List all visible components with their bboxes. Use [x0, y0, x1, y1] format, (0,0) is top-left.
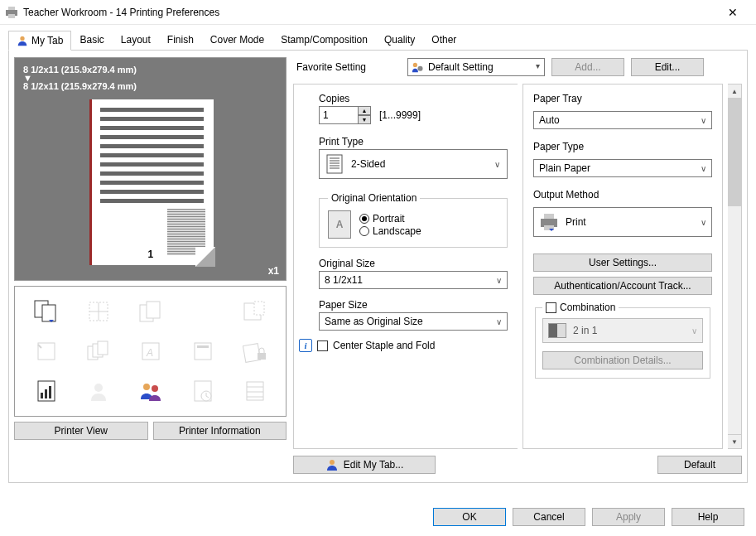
print-type-value: 2-Sided — [351, 158, 385, 170]
combination-group: Combination 2 in 1 Combination Details..… — [535, 302, 710, 379]
settings-scrollbar[interactable]: ▲ ▼ — [728, 84, 742, 449]
output-method-select[interactable]: Print — [533, 207, 712, 237]
feature-booklet-icon[interactable] — [230, 293, 279, 330]
tabs-header: My Tab Basic Layout Finish Cover Mode St… — [8, 31, 748, 51]
combination-legend: Combination — [560, 302, 615, 313]
feature-time-icon[interactable] — [178, 373, 227, 409]
svg-rect-24 — [41, 393, 43, 398]
svg-rect-45 — [544, 214, 554, 219]
tab-finish[interactable]: Finish — [159, 30, 202, 50]
orientation-landscape-radio[interactable]: Landscape — [359, 225, 421, 237]
feature-users-icon[interactable] — [126, 373, 175, 409]
feature-nup-icon[interactable] — [74, 293, 123, 330]
favorite-add-button[interactable]: Add... — [551, 58, 624, 76]
center-staple-label: Center Staple and Fold — [333, 340, 435, 351]
svg-rect-38 — [327, 155, 342, 173]
spin-up-icon[interactable]: ▲ — [358, 106, 371, 115]
svg-rect-0 — [8, 7, 15, 10]
combination-checkbox[interactable] — [546, 302, 556, 313]
svg-rect-5 — [42, 305, 55, 321]
printer-information-button[interactable]: Printer Information — [153, 422, 287, 440]
window-title: Teacher Workroom - 14 Printing Preferenc… — [23, 7, 715, 18]
person-icon — [17, 35, 28, 46]
feature-collate-icon[interactable] — [74, 333, 123, 369]
svg-rect-16 — [98, 341, 108, 355]
feature-duplex-icon[interactable] — [22, 293, 70, 330]
paper-type-label: Paper Type — [533, 141, 712, 152]
paper-size-label: Paper Size — [319, 299, 508, 311]
default-button[interactable]: Default — [657, 456, 742, 474]
feature-date-icon[interactable] — [178, 333, 227, 369]
gear-person-icon — [412, 61, 423, 73]
scroll-thumb[interactable] — [728, 99, 741, 206]
edit-my-tab-button[interactable]: Edit My Tab... — [293, 456, 436, 474]
favorite-edit-button[interactable]: Edit... — [631, 58, 704, 76]
paper-size-select[interactable]: Same as Original Size — [319, 312, 508, 331]
scroll-up-icon[interactable]: ▲ — [728, 85, 741, 99]
svg-rect-12 — [254, 302, 264, 315]
tab-layout[interactable]: Layout — [113, 30, 159, 50]
preview-page-number: 1 — [148, 249, 154, 260]
copies-label: Copies — [319, 93, 508, 104]
person-icon — [325, 458, 339, 471]
print-type-select[interactable]: 2-Sided — [319, 149, 508, 179]
two-in-one-icon — [548, 323, 566, 338]
svg-rect-25 — [45, 389, 47, 398]
tab-stamp-composition[interactable]: Stamp/Composition — [272, 30, 376, 50]
preview-multiplier: x1 — [268, 265, 279, 277]
tab-cover-mode[interactable]: Cover Mode — [202, 30, 272, 50]
svg-point-29 — [152, 385, 158, 392]
svg-rect-2 — [8, 14, 15, 18]
paper-tray-select[interactable]: Auto — [533, 111, 712, 129]
help-button[interactable]: Help — [672, 508, 744, 526]
preview-size-from: 8 1/2x11 (215.9x279.4 mm) — [23, 65, 277, 75]
combination-details-button[interactable]: Combination Details... — [542, 351, 703, 369]
tab-other[interactable]: Other — [423, 30, 465, 50]
spin-down-icon[interactable]: ▼ — [358, 115, 371, 124]
printer-output-icon — [539, 212, 559, 232]
settings-right-group: Paper Tray Auto Paper Type Plain Paper O… — [522, 84, 723, 449]
original-size-select[interactable]: 8 1/2x11 — [319, 271, 508, 289]
feature-report-icon[interactable] — [22, 373, 70, 409]
preview-size-to: 8 1/2x11 (215.9x279.4 mm) — [23, 81, 277, 91]
combination-value: 2 in 1 — [573, 325, 597, 336]
favorite-setting-value: Default Setting — [428, 61, 494, 73]
close-button[interactable]: ✕ — [715, 0, 751, 24]
copies-spinner[interactable]: ▲▼ — [319, 106, 371, 124]
tab-basic[interactable]: Basic — [71, 30, 112, 50]
page-lines-icon — [326, 154, 343, 174]
feature-form-icon[interactable] — [230, 373, 279, 409]
feature-user-icon[interactable] — [74, 373, 123, 409]
feature-secure-icon[interactable] — [230, 333, 279, 369]
svg-point-47 — [330, 460, 335, 465]
tab-label: My Tab — [31, 35, 63, 46]
feature-staple-icon[interactable] — [22, 333, 70, 369]
preview-mini-page — [167, 209, 205, 255]
favorite-setting-label: Favorite Setting — [296, 61, 401, 73]
auth-account-track-button[interactable]: Authentication/Account Track... — [533, 277, 712, 295]
tab-my-tab[interactable]: My Tab — [8, 31, 71, 51]
print-type-label: Print Type — [319, 136, 508, 147]
svg-text:A: A — [146, 347, 153, 359]
paper-type-select[interactable]: Plain Paper — [533, 159, 712, 177]
svg-rect-10 — [147, 302, 160, 318]
orientation-page-icon: A — [328, 210, 351, 239]
tab-quality[interactable]: Quality — [376, 30, 423, 50]
scroll-down-icon[interactable]: ▼ — [728, 434, 741, 448]
original-size-label: Original Size — [319, 258, 508, 269]
apply-button[interactable]: Apply — [592, 508, 665, 526]
orientation-legend: Original Orientation — [328, 192, 420, 204]
settings-left-group: Copies ▲▼ [1...9999] Print Type 2-Sided — [293, 84, 518, 449]
copies-input[interactable] — [319, 106, 359, 124]
paper-tray-label: Paper Tray — [533, 93, 712, 104]
favorite-setting-select[interactable]: Default Setting — [407, 58, 545, 76]
center-staple-checkbox[interactable] — [317, 340, 328, 351]
feature-watermark-icon[interactable]: A — [126, 333, 175, 369]
cancel-button[interactable]: Cancel — [513, 508, 585, 526]
feature-copies-icon[interactable] — [126, 293, 175, 330]
user-settings-button[interactable]: User Settings... — [533, 254, 712, 272]
info-icon[interactable]: i — [299, 339, 312, 352]
ok-button[interactable]: OK — [433, 508, 506, 526]
printer-view-button[interactable]: Printer View — [14, 422, 148, 440]
orientation-portrait-radio[interactable]: Portrait — [359, 213, 421, 225]
